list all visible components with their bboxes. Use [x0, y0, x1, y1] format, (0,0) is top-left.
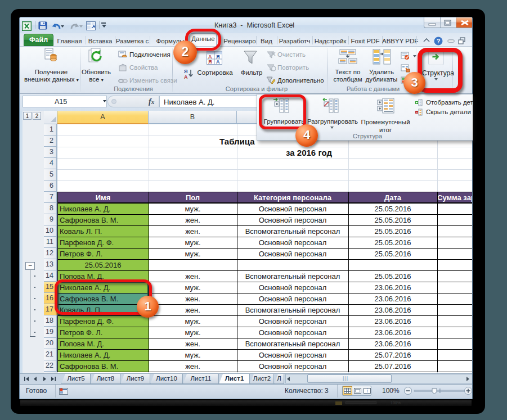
- svg-text:Я: Я: [208, 59, 212, 65]
- svg-text:А: А: [184, 74, 188, 79]
- svg-text:Я: Я: [184, 69, 187, 74]
- svg-text:А: А: [216, 59, 220, 65]
- svg-text:?: ?: [437, 38, 441, 44]
